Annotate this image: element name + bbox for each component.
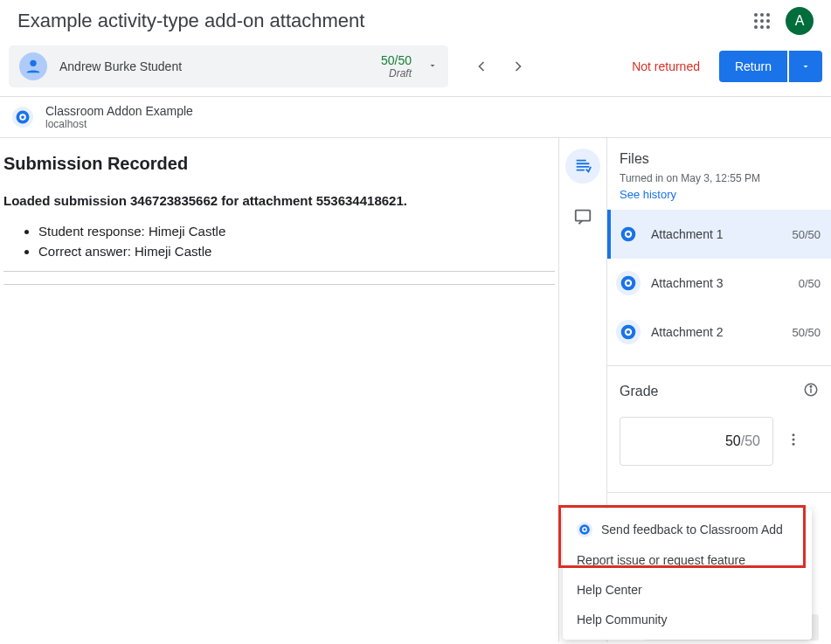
return-button[interactable]: Return [719, 51, 787, 82]
student-name: Andrew Burke Student [59, 59, 381, 73]
files-title: Files [620, 151, 819, 167]
help-menu-popup: Send feedback to Classroom Add Report is… [563, 509, 812, 640]
return-dropdown-button[interactable] [789, 51, 822, 82]
divider [3, 271, 555, 272]
svg-point-17 [793, 433, 795, 436]
content-heading: Submission Recorded [3, 154, 555, 174]
grade-input[interactable]: 50/50 [620, 417, 773, 466]
menu-item-help-center[interactable]: Help Center [563, 575, 812, 605]
attachment-icon [616, 320, 641, 344]
turned-in-label: Turned in on May 3, 12:55 PM [620, 172, 819, 184]
draft-label: Draft [381, 67, 412, 80]
menu-item-label: Help Community [577, 613, 667, 627]
score-value: 50/50 [381, 53, 412, 67]
svg-point-22 [584, 529, 586, 531]
menu-item-label: Send feedback to Classroom Add [601, 523, 783, 537]
menu-item-send-feedback[interactable]: Send feedback to Classroom Add [563, 514, 812, 545]
grade-row: 50/50 [620, 417, 819, 466]
svg-point-13 [627, 330, 630, 334]
more-icon[interactable] [786, 432, 801, 451]
svg-rect-4 [576, 211, 591, 221]
menu-item-label: Help Center [577, 583, 642, 597]
files-section: Files Turned in on May 3, 12:55 PM See h… [607, 138, 831, 201]
menu-item-help-community[interactable]: Help Community [563, 605, 812, 634]
info-icon[interactable] [803, 382, 819, 401]
addon-name: Classroom Addon Example [45, 104, 193, 118]
attachment-name: Attachment 3 [651, 276, 788, 290]
attachment-row[interactable]: Attachment 2 50/50 [607, 308, 831, 357]
attachment-icon [616, 222, 641, 246]
list-item: Correct answer: Himeji Castle [38, 244, 555, 259]
attachment-score: 50/50 [792, 228, 821, 241]
avatar[interactable]: A [786, 7, 814, 35]
attachment-score: 0/50 [799, 277, 821, 290]
attachment-list: Attachment 1 50/50 Attachment 3 0/50 Att… [607, 210, 831, 357]
chevron-down-icon[interactable] [427, 59, 438, 74]
addon-icon [12, 107, 33, 128]
attachment-row[interactable]: Attachment 3 0/50 [607, 259, 831, 308]
addon-info: Classroom Addon Example localhost [45, 104, 193, 130]
student-selector[interactable]: Andrew Burke Student 50/50 Draft [9, 45, 448, 87]
svg-point-0 [30, 60, 36, 66]
status-not-returned: Not returned [632, 59, 700, 73]
apps-icon[interactable] [754, 13, 770, 29]
grade-value: 50 [725, 433, 741, 449]
person-icon [19, 52, 47, 80]
header-actions: A [754, 7, 814, 35]
attachment-name: Attachment 1 [651, 227, 781, 241]
svg-point-18 [793, 439, 795, 441]
addon-host: localhost [45, 118, 193, 130]
nav-arrows [471, 56, 529, 77]
tab-comments-icon[interactable] [565, 199, 600, 234]
page-header: Example activity-type add-on attachment … [0, 0, 831, 42]
toolbar: Andrew Burke Student 50/50 Draft Not ret… [0, 42, 831, 96]
attachment-score: 50/50 [792, 326, 821, 339]
attachment-row[interactable]: Attachment 1 50/50 [607, 210, 831, 259]
see-history-link[interactable]: See history [620, 188, 819, 201]
page-title: Example activity-type add-on attachment [17, 10, 364, 32]
grade-max: /50 [741, 433, 760, 449]
attachment-icon [616, 271, 641, 295]
menu-item-report-issue[interactable]: Report issue or request feature [563, 545, 812, 575]
svg-point-10 [627, 281, 630, 285]
addon-bar: Classroom Addon Example localhost [0, 96, 831, 138]
divider [3, 284, 555, 285]
grade-title: Grade [620, 384, 658, 399]
content-loaded: Loaded submission 346723835662 for attac… [3, 193, 555, 208]
grade-section: Grade 50/50 [607, 365, 831, 492]
menu-item-label: Report issue or request feature [577, 553, 745, 567]
list-item: Student response: Himeji Castle [38, 224, 555, 239]
tab-files-icon[interactable] [565, 149, 600, 184]
svg-point-3 [21, 115, 24, 119]
return-button-group: Return [719, 51, 822, 82]
svg-point-16 [810, 386, 812, 388]
toolbar-right: Not returned Return [632, 51, 822, 82]
svg-point-7 [627, 232, 630, 236]
content-area: Submission Recorded Loaded submission 34… [0, 138, 559, 642]
content-list: Student response: Himeji Castle Correct … [3, 224, 555, 259]
addon-icon [577, 522, 592, 537]
svg-point-19 [793, 443, 795, 446]
next-student-button[interactable] [508, 56, 529, 77]
attachment-name: Attachment 2 [651, 325, 781, 339]
prev-student-button[interactable] [471, 56, 492, 77]
student-score: 50/50 Draft [381, 53, 412, 80]
grade-header: Grade [620, 382, 819, 401]
